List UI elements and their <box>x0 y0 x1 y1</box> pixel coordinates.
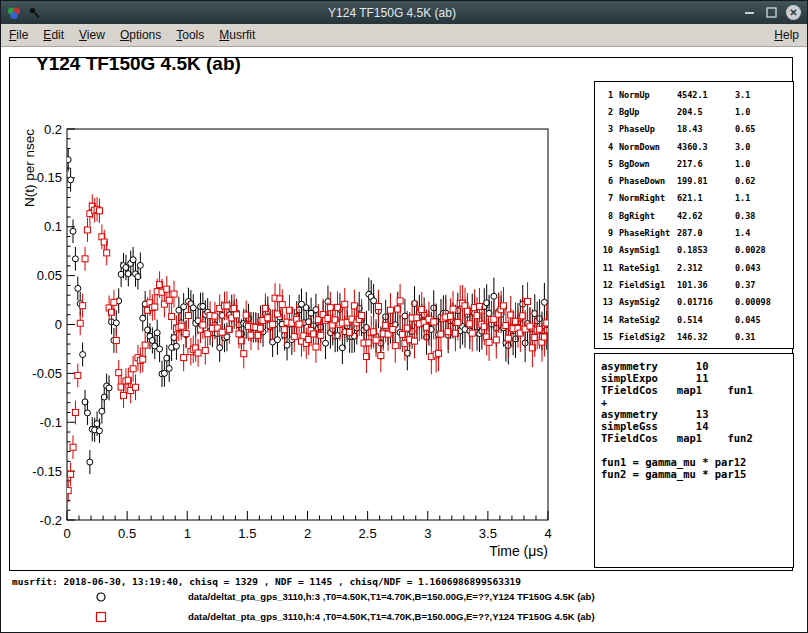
parameter-index: 3 <box>601 124 613 134</box>
svg-text:0.05: 0.05 <box>37 268 62 283</box>
close-button[interactable]: ✕ <box>785 4 802 21</box>
parameter-value: 621.1 <box>677 193 735 203</box>
parameter-error: 0.38 <box>735 211 791 221</box>
menu-item-view[interactable]: View <box>79 28 105 42</box>
parameter-name: PhaseRight <box>619 228 677 238</box>
svg-text:1: 1 <box>184 526 191 541</box>
parameter-name: PhaseUp <box>619 124 677 134</box>
svg-text:2: 2 <box>304 526 311 541</box>
close-icon: ✕ <box>786 5 801 20</box>
parameter-index: 14 <box>601 315 613 325</box>
parameter-value: 101.36 <box>677 280 735 290</box>
parameter-index: 2 <box>601 107 613 117</box>
parameter-index: 1 <box>601 90 613 100</box>
parameter-row: 15FieldSig2146.320.31 <box>601 328 791 345</box>
svg-text:-0.15: -0.15 <box>32 464 62 479</box>
parameter-value: 2.312 <box>677 263 735 273</box>
svg-text:1.5: 1.5 <box>238 526 256 541</box>
parameter-value: 199.81 <box>677 176 735 186</box>
parameter-error: 0.0028 <box>735 245 791 255</box>
svg-text:0.2: 0.2 <box>44 122 62 137</box>
parameter-error: 1.4 <box>735 228 791 238</box>
minimize-button[interactable] <box>741 4 758 21</box>
x-axis-title: Time (μs) <box>489 543 548 559</box>
menu-item-tools[interactable]: Tools <box>176 28 204 42</box>
legend-label: data/deltat_pta_gps_3110,h:4 ,T0=4.50K,T… <box>188 611 595 622</box>
legend-entry: data/deltat_pta_gps_3110,h:4 ,T0=4.50K,T… <box>2 607 808 627</box>
menu-item-options[interactable]: Options <box>120 28 161 42</box>
parameter-row: 4NormDown4360.33.0 <box>601 138 791 155</box>
svg-text:0.5: 0.5 <box>118 526 136 541</box>
parameter-index: 13 <box>601 297 613 307</box>
parameter-value: 204.5 <box>677 107 735 117</box>
window-title: Y124 TF150G 4.5K (ab) <box>48 6 736 20</box>
svg-text:0.15: 0.15 <box>37 170 62 185</box>
parameter-error: 1.0 <box>735 107 791 117</box>
parameter-index: 9 <box>601 228 613 238</box>
fit-status-line: musrfit: 2018-06-30, 13:19:40, chisq = 1… <box>12 576 521 587</box>
parameter-name: BgRight <box>619 211 677 221</box>
parameter-row: 10AsymSig10.18530.0028 <box>601 242 791 259</box>
parameter-row: 14RateSig20.5140.045 <box>601 311 791 328</box>
parameter-row: 6PhaseDown199.810.62 <box>601 172 791 189</box>
parameter-name: AsymSig2 <box>619 297 677 307</box>
legend-marker-square-icon <box>94 610 108 624</box>
svg-text:0: 0 <box>55 317 62 332</box>
parameter-index: 6 <box>601 176 613 186</box>
menu-item-file[interactable]: File <box>9 28 28 42</box>
parameter-index: 5 <box>601 159 613 169</box>
parameter-value: 287.0 <box>677 228 735 238</box>
parameter-error: 1.0 <box>735 159 791 169</box>
parameter-error: 0.62 <box>735 176 791 186</box>
legend-marker-circle-icon <box>94 590 108 604</box>
menu-item-edit[interactable]: Edit <box>43 28 64 42</box>
pin-icon[interactable] <box>27 5 43 21</box>
parameter-index: 12 <box>601 280 613 290</box>
app-icon <box>6 5 22 21</box>
parameter-error: 0.37 <box>735 280 791 290</box>
parameter-row: 8BgRight42.620.38 <box>601 207 791 224</box>
parameter-name: FieldSig2 <box>619 332 677 342</box>
parameter-row: 13AsymSig20.017160.00098 <box>601 294 791 311</box>
svg-text:2.5: 2.5 <box>359 526 377 541</box>
menubar: FileEditViewOptionsToolsMusrfit Help <box>1 24 807 47</box>
fit-parameter-box: 1NormUp4542.13.12BgUp204.51.03PhaseUp18.… <box>594 81 794 349</box>
svg-text:4: 4 <box>544 526 551 541</box>
root-canvas: Y124 TF150G 4.5K (ab) 00.511.522.533.540… <box>2 47 808 633</box>
parameter-name: RateSig1 <box>619 263 677 273</box>
parameter-row: 5BgDown217.61.0 <box>601 155 791 172</box>
parameter-value: 4542.1 <box>677 90 735 100</box>
parameter-row: 12FieldSig1101.360.37 <box>601 276 791 293</box>
menu-item-musrfit[interactable]: Musrfit <box>219 28 255 42</box>
parameter-row: 2BgUp204.51.0 <box>601 103 791 120</box>
parameter-index: 11 <box>601 263 613 273</box>
parameter-index: 7 <box>601 193 613 203</box>
parameter-value: 0.1853 <box>677 245 735 255</box>
parameter-value: 4360.3 <box>677 142 735 152</box>
legend-label: data/deltat_pta_gps_3110,h:3 ,T0=4.50K,T… <box>188 591 595 602</box>
svg-text:0: 0 <box>63 526 70 541</box>
parameter-index: 4 <box>601 142 613 152</box>
parameter-error: 0.31 <box>735 332 791 342</box>
svg-text:-0.05: -0.05 <box>32 366 62 381</box>
parameter-error: 0.00098 <box>735 297 791 307</box>
parameter-name: FieldSig1 <box>619 280 677 290</box>
parameter-error: 0.043 <box>735 263 791 273</box>
parameter-name: NormDown <box>619 142 677 152</box>
parameter-value: 18.43 <box>677 124 735 134</box>
legend: data/deltat_pta_gps_3110,h:3 ,T0=4.50K,T… <box>2 587 808 627</box>
svg-text:0.1: 0.1 <box>44 219 62 234</box>
parameter-value: 0.514 <box>677 315 735 325</box>
parameter-index: 15 <box>601 332 613 342</box>
parameter-value: 217.6 <box>677 159 735 169</box>
parameter-value: 0.01716 <box>677 297 735 307</box>
menu-item-help[interactable]: Help <box>774 28 799 42</box>
parameter-row: 11RateSig12.3120.043 <box>601 259 791 276</box>
maximize-button[interactable] <box>763 4 780 21</box>
parameter-name: BgDown <box>619 159 677 169</box>
plot-area[interactable]: 00.511.522.533.540.20.150.10.050-0.05-0.… <box>10 58 595 570</box>
parameter-error: 3.1 <box>735 90 791 100</box>
parameter-error: 1.1 <box>735 193 791 203</box>
legend-entry: data/deltat_pta_gps_3110,h:3 ,T0=4.50K,T… <box>2 587 808 607</box>
titlebar[interactable]: Y124 TF150G 4.5K (ab) ✕ <box>1 1 807 24</box>
